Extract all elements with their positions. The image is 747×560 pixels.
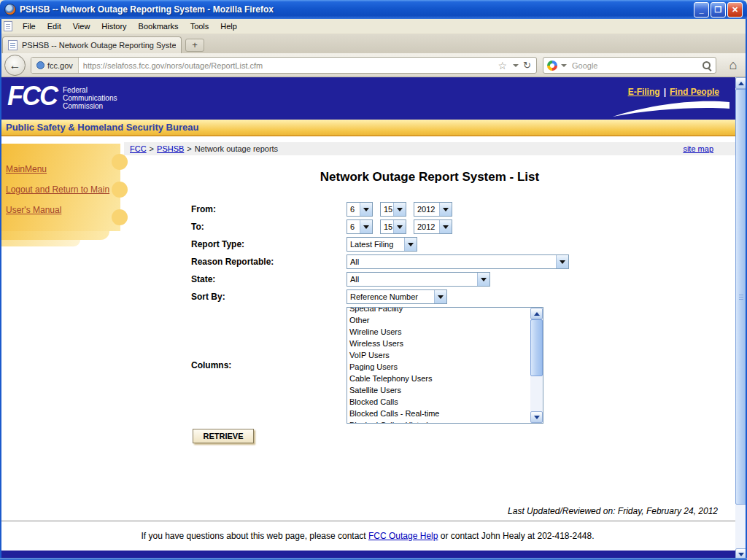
- menu-item-history[interactable]: History: [96, 20, 132, 32]
- listbox-scrollbar[interactable]: [530, 308, 543, 423]
- fcc-logo-text: FCC: [7, 82, 57, 111]
- listbox-option[interactable]: Wireline Users: [347, 326, 530, 338]
- page-viewport: FCC Federal Communications Commission E-…: [0, 77, 735, 560]
- url-text[interactable]: https://selafoss.fcc.gov/nors/outage/Rep…: [83, 61, 496, 70]
- listbox-option[interactable]: Satellite Users: [347, 384, 530, 396]
- fcc-logo-subtext: Federal Communications Commission: [63, 86, 117, 110]
- scroll-up-button[interactable]: [530, 308, 543, 319]
- url-bar[interactable]: fcc.gov https://selafoss.fcc.gov/nors/ou…: [31, 57, 537, 74]
- sort-by-select[interactable]: Reference Number: [347, 289, 447, 304]
- dropdown-arrow-icon: [477, 273, 489, 286]
- breadcrumb: FCC > PSHSB > Network outage reports sit…: [124, 142, 735, 155]
- sort-by-label: Sort By:: [191, 292, 347, 302]
- listbox-option[interactable]: Cable Telephony Users: [347, 373, 530, 384]
- banner-link-separator: |: [664, 87, 666, 97]
- search-engine-dropdown-icon[interactable]: [561, 64, 567, 67]
- google-logo-icon: [547, 61, 557, 71]
- dropdown-arrow-icon: [360, 220, 372, 233]
- to-month-select[interactable]: 6: [347, 219, 373, 234]
- navigation-toolbar: ← fcc.gov https://selafoss.fcc.gov/nors/…: [0, 53, 747, 77]
- divider: [0, 521, 735, 521]
- tab-title: PSHSB -- Network Outage Reporting System: [22, 41, 176, 50]
- listbox-option[interactable]: Wireless Users: [347, 338, 530, 349]
- browser-window: PSHSB -- Network Outage Reporting System…: [0, 0, 747, 560]
- state-select[interactable]: All: [347, 272, 490, 287]
- home-button[interactable]: ⌂: [724, 56, 743, 74]
- bookmark-star-icon[interactable]: ☆: [498, 60, 508, 71]
- columns-listbox[interactable]: Special Facility Other Wireline Users Wi…: [347, 307, 543, 424]
- form-row-columns: Columns: Special Facility Other Wireline…: [124, 307, 735, 424]
- listbox-option[interactable]: Blocked Calls - Historic: [347, 419, 530, 424]
- urlbar-dropdown-icon[interactable]: [513, 64, 519, 67]
- listbox-option[interactable]: Blocked Calls - Real-time: [347, 408, 530, 419]
- breadcrumb-link-fcc[interactable]: FCC: [130, 144, 147, 153]
- to-day-select[interactable]: 15: [380, 219, 406, 234]
- dropdown-arrow-icon: [439, 203, 452, 216]
- search-input[interactable]: Google: [572, 61, 702, 70]
- menu-item-help[interactable]: Help: [214, 20, 243, 32]
- close-button[interactable]: ✕: [727, 2, 743, 18]
- site-identity-chip[interactable]: fcc.gov: [31, 58, 79, 73]
- window-titlebar: PSHSB -- Network Outage Reporting System…: [0, 0, 747, 19]
- from-year-select[interactable]: 2012: [414, 202, 452, 217]
- swoosh-decoration: [613, 98, 729, 117]
- to-label: To:: [191, 222, 347, 232]
- sidebar-item-logout[interactable]: Logout and Return to Main: [6, 184, 115, 195]
- retrieve-button[interactable]: RETRIEVE: [193, 429, 254, 443]
- search-box[interactable]: Google: [543, 57, 716, 74]
- menu-item-tools[interactable]: Tools: [185, 20, 215, 32]
- footer-contact-text: If you have questions about this web pag…: [0, 531, 735, 541]
- listbox-option[interactable]: Special Facility: [347, 307, 530, 314]
- maximize-button[interactable]: ❐: [711, 2, 726, 18]
- report-type-label: Report Type:: [191, 239, 347, 249]
- menu-item-view[interactable]: View: [67, 20, 96, 32]
- listbox-option[interactable]: Paging Users: [347, 361, 530, 373]
- dropdown-arrow-icon: [556, 255, 568, 268]
- page-icon: [4, 21, 12, 31]
- minimize-button[interactable]: _: [694, 2, 709, 18]
- fcc-outage-help-link[interactable]: FCC Outage Help: [368, 531, 438, 541]
- dropdown-arrow-icon: [434, 290, 446, 303]
- find-people-link[interactable]: Find People: [670, 87, 719, 97]
- sidebar-decoration: [0, 240, 80, 246]
- dropdown-arrow-icon: [393, 203, 406, 216]
- menu-item-edit[interactable]: Edit: [42, 20, 67, 32]
- listbox-option[interactable]: VoIP Users: [347, 349, 530, 361]
- form-row-reason: Reason Reportable: All: [124, 254, 735, 269]
- footer-text-pre: If you have questions about this web pag…: [141, 531, 368, 541]
- from-month-select[interactable]: 6: [347, 202, 373, 217]
- new-tab-button[interactable]: +: [185, 39, 204, 52]
- form-row-sort-by: Sort By: Reference Number: [124, 289, 735, 304]
- site-map-link[interactable]: site map: [683, 144, 713, 153]
- fcc-logo: FCC Federal Communications Commission: [7, 82, 117, 111]
- reason-reportable-select[interactable]: All: [347, 254, 569, 269]
- breadcrumb-link-pshsb[interactable]: PSHSB: [157, 144, 184, 153]
- scroll-down-button[interactable]: [530, 411, 543, 423]
- main-column: Network Outage Report System - List From…: [124, 170, 735, 443]
- efiling-link[interactable]: E-Filing: [628, 87, 660, 97]
- state-label: State:: [191, 274, 347, 284]
- sidebar-item-mainmenu[interactable]: MainMenu: [6, 164, 115, 175]
- back-button[interactable]: ←: [4, 55, 26, 76]
- menu-item-file[interactable]: File: [17, 20, 42, 32]
- listbox-option[interactable]: Other: [347, 314, 530, 326]
- last-updated-text: Last Updated/Reviewed on: Friday, Februa…: [0, 506, 735, 516]
- reload-icon[interactable]: ↻: [523, 60, 531, 71]
- report-type-select[interactable]: Latest Filing: [347, 237, 417, 252]
- tab-active[interactable]: PSHSB -- Network Outage Reporting System: [2, 36, 182, 53]
- form-row-state: State: All: [124, 272, 735, 287]
- bureau-title: Public Safety & Homeland Security Bureau: [6, 122, 198, 133]
- dropdown-arrow-icon: [439, 220, 452, 233]
- firefox-icon: [4, 4, 16, 15]
- page-content: MainMenu Logout and Return to Main User'…: [0, 142, 735, 560]
- magnifier-icon[interactable]: [702, 61, 712, 71]
- from-day-select[interactable]: 15: [380, 202, 406, 217]
- scroll-thumb[interactable]: [530, 319, 543, 376]
- menu-item-bookmarks[interactable]: Bookmarks: [133, 20, 185, 32]
- to-year-select[interactable]: 2012: [414, 219, 452, 234]
- listbox-option[interactable]: Blocked Calls: [347, 396, 530, 408]
- fcc-banner: FCC Federal Communications Commission E-…: [0, 77, 735, 120]
- sidebar-item-users-manual[interactable]: User's Manual: [6, 205, 115, 216]
- bureau-bar: Public Safety & Homeland Security Bureau: [0, 120, 735, 136]
- footer-text-post: or contact John Healy at 202-418-2448.: [438, 531, 594, 541]
